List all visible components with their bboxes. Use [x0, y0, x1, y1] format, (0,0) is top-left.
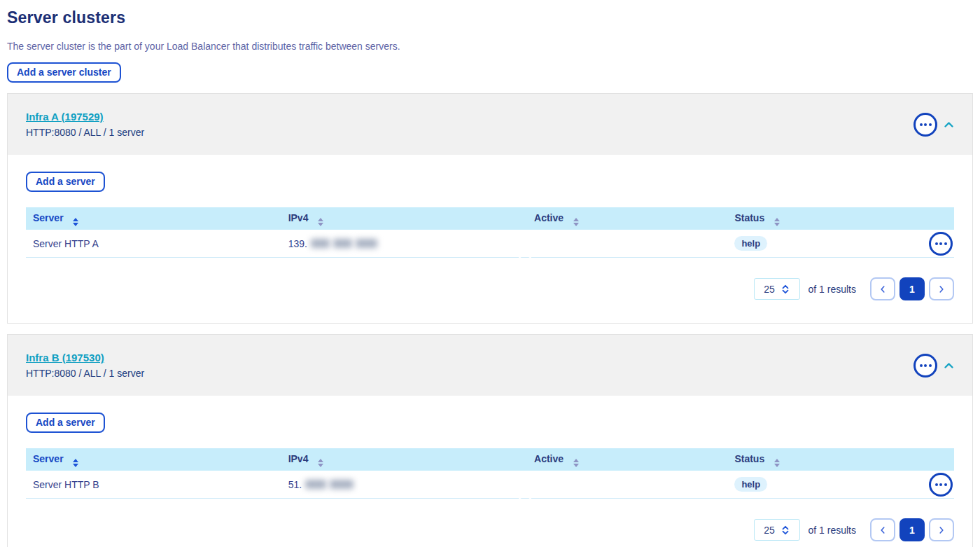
column-header-active[interactable]: Active [527, 212, 727, 226]
toggle-knob [517, 486, 533, 501]
cluster-header: Infra B (197530) HTTP:8080 / ALL / 1 ser… [8, 335, 972, 396]
cluster-header: Infra A (197529) HTTP:8080 / ALL / 1 ser… [8, 94, 972, 155]
ipv4-redacted-blur [311, 239, 330, 248]
server-status-cell: help [727, 236, 909, 251]
status-badge: help [734, 477, 767, 492]
servers-table: Server IPv4 Active Status [26, 207, 954, 258]
column-label: Active [534, 212, 564, 223]
results-count-label: of 1 results [808, 525, 856, 536]
column-label: Status [734, 453, 764, 464]
cluster-body: Add a server Server IPv4 Active [8, 155, 972, 323]
ipv4-redacted-blur [356, 239, 377, 248]
column-header-status[interactable]: Status [727, 212, 909, 226]
column-header-ipv4[interactable]: IPv4 [281, 452, 527, 467]
page-size-select[interactable]: 25 [754, 278, 800, 300]
add-server-cluster-button[interactable]: Add a server cluster [7, 62, 121, 83]
ellipsis-icon [939, 242, 942, 245]
add-server-button[interactable]: Add a server [26, 413, 105, 433]
sort-icon[interactable] [573, 218, 579, 226]
server-name-cell: Server HTTP B [26, 478, 281, 491]
collapse-chevron-up-icon[interactable] [944, 121, 954, 128]
next-page-button[interactable] [929, 277, 954, 300]
cluster-panel: Infra B (197530) HTTP:8080 / ALL / 1 ser… [7, 334, 973, 547]
column-label: IPv4 [288, 212, 309, 223]
column-header-server[interactable]: Server [26, 452, 281, 467]
ellipsis-icon [929, 364, 932, 367]
chevron-updown-icon [781, 284, 790, 294]
ellipsis-icon [920, 364, 923, 367]
ellipsis-icon [939, 483, 942, 486]
sort-icon[interactable] [573, 459, 579, 467]
page-size-value: 25 [764, 525, 775, 536]
server-status-cell: help [727, 477, 909, 492]
server-menu-button[interactable] [929, 232, 953, 256]
chevron-right-icon [938, 526, 945, 534]
cluster-header-text: Infra A (197529) HTTP:8080 / ALL / 1 ser… [26, 111, 144, 138]
server-row: Server HTTP A 139. [26, 230, 954, 258]
ellipsis-icon [924, 123, 927, 126]
results-count-label: of 1 results [808, 284, 856, 295]
sort-icon[interactable] [73, 218, 78, 226]
prev-page-button[interactable] [870, 277, 895, 300]
cluster-header-text: Infra B (197530) HTTP:8080 / ALL / 1 ser… [26, 352, 144, 379]
pagination: 25 of 1 results 1 [26, 518, 954, 541]
page-size-select[interactable]: 25 [754, 519, 800, 541]
column-label: IPv4 [288, 453, 309, 464]
sort-icon[interactable] [73, 459, 78, 467]
column-label: Status [734, 212, 764, 223]
cluster-menu-button[interactable] [913, 113, 937, 137]
sort-icon[interactable] [774, 218, 780, 226]
cluster-menu-button[interactable] [913, 354, 937, 378]
page-size-value: 25 [764, 284, 775, 295]
table-header-row: Server IPv4 Active Status [26, 448, 954, 471]
pager: 1 [870, 518, 954, 541]
cluster-name-link[interactable]: Infra B (197530) [26, 352, 104, 363]
ellipsis-icon [920, 123, 923, 126]
page-title: Server clusters [7, 8, 973, 27]
ellipsis-icon [924, 364, 927, 367]
cluster-name-link[interactable]: Infra A (197529) [26, 111, 104, 123]
column-header-status[interactable]: Status [727, 452, 909, 467]
current-page-button[interactable]: 1 [899, 518, 925, 541]
ipv4-redacted-blur [305, 480, 326, 489]
server-ipv4-cell: 51. [281, 478, 527, 491]
ipv4-prefix: 139. [288, 238, 307, 249]
server-name: Server HTTP A [33, 238, 99, 249]
collapse-chevron-up-icon[interactable] [944, 362, 954, 369]
chevron-updown-icon [781, 525, 790, 535]
column-header-ipv4[interactable]: IPv4 [281, 212, 527, 226]
cluster-details: HTTP:8080 / ALL / 1 server [26, 368, 144, 379]
sort-icon[interactable] [318, 218, 323, 226]
sort-icon[interactable] [318, 459, 323, 467]
prev-page-button[interactable] [870, 518, 895, 541]
sort-icon[interactable] [774, 459, 780, 467]
cluster-panel: Infra A (197529) HTTP:8080 / ALL / 1 ser… [7, 93, 973, 324]
pager: 1 [870, 277, 954, 300]
add-server-button[interactable]: Add a server [26, 172, 105, 192]
page-description: The server cluster is the part of your L… [7, 41, 973, 52]
server-name-cell: Server HTTP A [26, 237, 281, 250]
status-badge: help [734, 236, 767, 251]
ellipsis-icon [935, 242, 938, 245]
cluster-body: Add a server Server IPv4 Active [8, 396, 972, 547]
current-page-button[interactable]: 1 [899, 277, 925, 300]
server-menu-button[interactable] [929, 473, 953, 497]
column-header-active[interactable]: Active [527, 452, 727, 467]
next-page-button[interactable] [929, 518, 954, 541]
server-ipv4-cell: 139. [281, 237, 527, 250]
chevron-right-icon [938, 285, 945, 293]
server-row: Server HTTP B 51. [26, 471, 954, 499]
check-icon [521, 249, 529, 257]
column-header-server[interactable]: Server [26, 212, 281, 226]
server-name: Server HTTP B [33, 479, 99, 490]
cluster-header-actions [913, 354, 954, 378]
ipv4-prefix: 51. [288, 479, 302, 490]
ellipsis-icon [944, 242, 947, 245]
ellipsis-icon [944, 483, 947, 486]
chevron-left-icon [879, 285, 886, 293]
check-icon [521, 490, 529, 498]
chevron-left-icon [879, 526, 886, 534]
column-label: Active [534, 453, 564, 464]
table-header-row: Server IPv4 Active Status [26, 207, 954, 230]
ipv4-redacted-blur [330, 480, 354, 489]
